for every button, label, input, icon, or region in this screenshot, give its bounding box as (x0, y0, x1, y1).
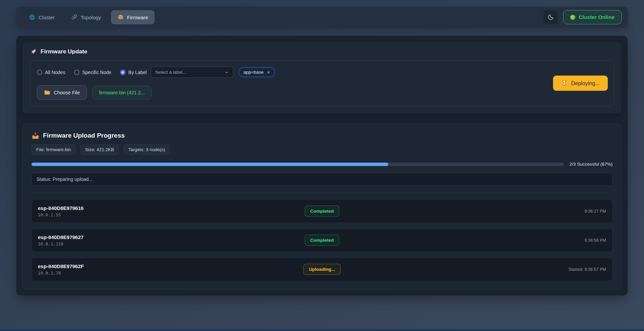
node-time: Started: 9:36:57 PM (569, 267, 606, 272)
node-row-esp-840d8e979616: esp-840D8E97961610.0.1.55Completed9:36:2… (31, 199, 613, 223)
navbar: ClusterTopologyFirmware Cluster Online (16, 7, 628, 28)
label-select-value: Select a label... (155, 70, 186, 75)
selected-file-name: firmware.bin (421.2... (92, 86, 151, 99)
node-info: esp-840D8E97962F10.0.1.78 (38, 263, 303, 276)
node-name: esp-840D8E979616 (38, 205, 305, 211)
meta-badge: Size: 421.2KB (80, 144, 119, 155)
deploy-button[interactable]: Deploying... (553, 76, 608, 91)
node-status-badge: Uploading... (303, 264, 340, 275)
divider (31, 192, 613, 193)
nav-right: Cluster Online (544, 10, 622, 24)
node-time: 9:36:56 PM (584, 238, 606, 243)
node-info: esp-840D8E97962710.0.1.110 (38, 234, 305, 246)
label-tag-text: app=base (244, 70, 264, 75)
node-ip: 10.0.1.110 (38, 241, 305, 246)
upload-progress-card: Firmware Upload Progress File: firmware.… (22, 124, 622, 289)
file-row: Choose File firmware.bin (421.2... (37, 85, 607, 100)
radio-label: By Label (128, 70, 146, 75)
close-icon[interactable]: × (267, 70, 270, 75)
firmware-update-title-text: Firmware Update (41, 48, 87, 55)
link-icon (71, 14, 78, 21)
label-select[interactable]: Select a label... (151, 67, 233, 78)
firmware-update-title: Firmware Update (30, 48, 614, 55)
progress-bar (31, 163, 564, 166)
folder-icon (44, 89, 50, 96)
radio-by-label[interactable]: By Label (120, 70, 146, 75)
upload-progress-title: Firmware Upload Progress (31, 132, 613, 140)
tab-topology[interactable]: Topology (65, 10, 108, 24)
firmware-update-card: Firmware Update All NodesSpecific NodeBy… (22, 42, 622, 114)
package-icon (117, 14, 124, 21)
node-status-badge: Completed (305, 206, 339, 217)
target-radio-group: All NodesSpecific NodeBy Label (37, 70, 147, 75)
progress-row: 2/3 Successful (67%) (31, 162, 613, 167)
node-status-badge: Completed (305, 235, 339, 246)
choose-file-label: Choose File (54, 90, 80, 95)
node-time: 9:36:27 PM (584, 209, 606, 214)
hourglass-icon (561, 80, 568, 87)
radio-circle[interactable] (120, 70, 125, 75)
radio-all-nodes[interactable]: All Nodes (37, 70, 65, 75)
tab-label: Cluster (39, 15, 55, 20)
tab-cluster[interactable]: Cluster (22, 10, 61, 24)
bottom-bar (0, 329, 644, 331)
node-row-esp-840d8e979627: esp-840D8E97962710.0.1.110Completed9:36:… (31, 229, 613, 252)
radio-circle[interactable] (74, 70, 79, 75)
tab-label: Firmware (127, 15, 148, 20)
main-content: Firmware Update All NodesSpecific NodeBy… (16, 36, 628, 295)
meta-badges: File: firmware.binSize: 421.2KBTargets: … (31, 144, 613, 155)
node-row-esp-840d8e97962f: esp-840D8E97962F10.0.1.78Uploading...Sta… (31, 258, 613, 281)
nav-tabs: ClusterTopologyFirmware (22, 10, 155, 24)
tab-firmware[interactable]: Firmware (111, 10, 155, 24)
radio-circle[interactable] (37, 70, 42, 75)
deploy-button-label: Deploying... (571, 80, 600, 86)
globe-icon (29, 14, 36, 21)
radio-specific-node[interactable]: Specific Node (74, 70, 111, 75)
label-tag-chip[interactable]: app=base × (238, 67, 275, 77)
progress-fill (31, 163, 388, 166)
upload-status-text: Status: Preparing upload... (31, 173, 613, 186)
deploy-form: All NodesSpecific NodeBy Label Select a … (30, 60, 614, 106)
node-ip: 10.0.1.55 (38, 212, 305, 217)
node-info: esp-840D8E97961610.0.1.55 (38, 205, 305, 217)
node-ip: 10.0.1.78 (38, 270, 303, 276)
node-name: esp-840D8E97962F (38, 263, 303, 269)
upload-tray-icon (31, 132, 40, 140)
cluster-status-label: Cluster Online (579, 14, 615, 20)
meta-badge: Targets: 3 node(s) (123, 144, 170, 155)
chevron-down-icon (225, 70, 229, 74)
meta-badge: File: firmware.bin (31, 144, 76, 155)
page: ClusterTopologyFirmware Cluster Online (0, 0, 644, 295)
rocket-icon (30, 48, 37, 55)
target-select-row: All NodesSpecific NodeBy Label Select a … (37, 67, 607, 78)
node-name: esp-840D8E979627 (38, 234, 305, 240)
moon-icon (547, 14, 554, 21)
status-dot (570, 15, 575, 20)
theme-toggle-button[interactable] (544, 10, 558, 24)
upload-progress-title-text: Firmware Upload Progress (43, 132, 125, 139)
radio-label: Specific Node (82, 70, 111, 75)
node-list: esp-840D8E97961610.0.1.55Completed9:36:2… (31, 199, 613, 281)
cluster-status-badge: Cluster Online (563, 10, 622, 24)
tab-label: Topology (81, 15, 101, 20)
choose-file-button[interactable]: Choose File (37, 85, 87, 100)
progress-label: 2/3 Successful (67%) (569, 162, 613, 167)
radio-label: All Nodes (45, 70, 65, 75)
